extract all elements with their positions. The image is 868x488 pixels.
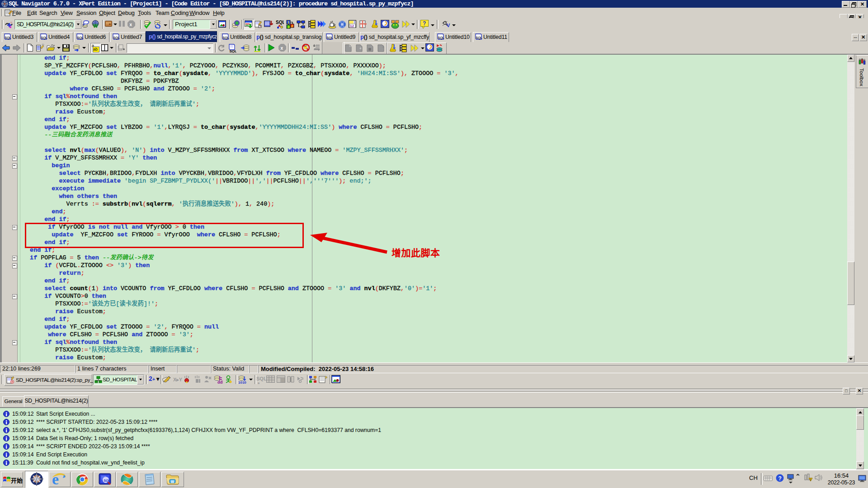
svg-text:SQL: SQL bbox=[77, 36, 84, 40]
svg-text:W: W bbox=[93, 23, 98, 28]
svg-text:x: x bbox=[130, 22, 132, 27]
svg-text:!: ! bbox=[810, 478, 811, 481]
svg-text:?: ? bbox=[778, 475, 782, 482]
svg-text:SQL: SQL bbox=[113, 36, 120, 40]
svg-text:SQL: SQL bbox=[41, 36, 48, 40]
svg-text:SQL: SQL bbox=[223, 36, 230, 40]
svg-text:3: 3 bbox=[288, 25, 290, 29]
svg-text:1010: 1010 bbox=[238, 380, 246, 384]
svg-text:x: x bbox=[281, 46, 283, 51]
svg-text:SQL: SQL bbox=[327, 36, 334, 40]
svg-text:SQL: SQL bbox=[276, 20, 284, 25]
svg-text:SQL: SQL bbox=[5, 36, 12, 40]
svg-text:SQL: SQL bbox=[230, 49, 237, 53]
svg-text:SQL: SQL bbox=[438, 36, 445, 40]
svg-text:ddl: ddl bbox=[217, 380, 223, 384]
svg-text:?: ? bbox=[423, 20, 426, 27]
svg-text:1: 1 bbox=[288, 20, 290, 24]
svg-text:SQL: SQL bbox=[476, 36, 483, 40]
svg-text:SQL: SQL bbox=[104, 479, 111, 483]
svg-text:8: 8 bbox=[364, 23, 366, 26]
svg-text:12: 12 bbox=[350, 24, 354, 28]
svg-text:V: V bbox=[447, 23, 450, 28]
svg-text:2: 2 bbox=[291, 24, 293, 28]
